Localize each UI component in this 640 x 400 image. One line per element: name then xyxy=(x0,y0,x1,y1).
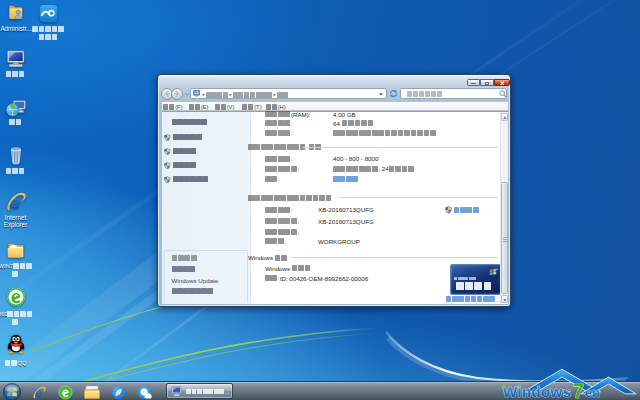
svg-text:Windows: Windows xyxy=(503,383,571,400)
svg-text:en: en xyxy=(585,385,600,400)
svg-text:7: 7 xyxy=(573,380,584,400)
